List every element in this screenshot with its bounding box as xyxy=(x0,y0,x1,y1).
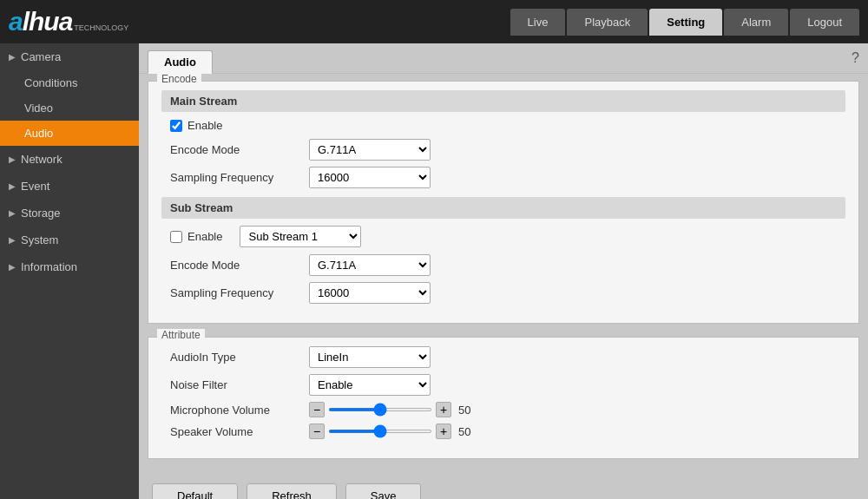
sub-enable-row: Enable Sub Stream 1 Sub Stream 2 xyxy=(161,226,845,247)
main-encode-mode-label: Encode Mode xyxy=(170,143,309,156)
information-arrow-icon: ▶ xyxy=(9,262,16,272)
sidebar-system-label: System xyxy=(21,233,58,246)
camera-arrow-icon: ▶ xyxy=(9,52,16,62)
audioin-type-row: AudioIn Type LineIn Mic xyxy=(161,346,845,368)
main-stream-bar: Main Stream xyxy=(161,90,845,112)
noise-filter-label: Noise Filter xyxy=(170,378,309,391)
save-button[interactable]: Save xyxy=(345,483,422,499)
attribute-group: Attribute AudioIn Type LineIn Mic Noise … xyxy=(148,337,859,459)
sidebar-camera-label: Camera xyxy=(21,50,61,63)
system-arrow-icon: ▶ xyxy=(9,235,16,245)
content-area: Audio ? Encode Main Stream Enable Encode… xyxy=(139,43,868,499)
logo-text: alhua xyxy=(9,7,72,36)
sidebar-item-video[interactable]: Video xyxy=(0,95,139,121)
mic-volume-value: 50 xyxy=(458,404,470,417)
sidebar-storage-label: Storage xyxy=(21,207,61,220)
sidebar-header-network[interactable]: ▶ Network xyxy=(0,146,139,173)
sidebar-network-label: Network xyxy=(21,153,62,166)
logo: alhua TECHNOLOGY xyxy=(9,7,128,36)
speaker-volume-label: Speaker Volume xyxy=(170,425,309,438)
nav-tab-logout[interactable]: Logout xyxy=(790,9,859,36)
main-enable-label: Enable xyxy=(187,119,222,132)
logo-sub: TECHNOLOGY xyxy=(74,23,128,32)
speaker-volume-decrease-button[interactable]: − xyxy=(309,423,325,439)
nav-tab-setting[interactable]: Setting xyxy=(649,9,722,36)
main-sampling-freq-label: Sampling Frequency xyxy=(170,171,309,184)
sub-stream-select[interactable]: Sub Stream 1 Sub Stream 2 xyxy=(240,226,361,247)
default-button[interactable]: Default xyxy=(152,483,238,499)
noise-filter-row: Noise Filter Enable Disable xyxy=(161,374,845,396)
event-arrow-icon: ▶ xyxy=(9,181,16,191)
attribute-group-label: Attribute xyxy=(157,329,205,341)
sidebar: ▶ Camera Conditions Video Audio ▶ Networ… xyxy=(0,43,139,499)
sub-enable-label: Enable xyxy=(187,230,222,243)
main-enable-row: Enable xyxy=(161,119,845,132)
sidebar-item-audio[interactable]: Audio xyxy=(0,121,139,146)
sub-encode-mode-label: Encode Mode xyxy=(170,259,309,272)
sub-sampling-freq-label: Sampling Frequency xyxy=(170,286,309,299)
sub-sampling-freq-select[interactable]: 8000 16000 32000 48000 xyxy=(309,282,431,304)
mic-volume-row: Microphone Volume − + 50 xyxy=(161,402,845,417)
sub-sampling-freq-row: Sampling Frequency 8000 16000 32000 4800… xyxy=(161,282,845,304)
refresh-button[interactable]: Refresh xyxy=(247,483,337,499)
header: alhua TECHNOLOGY Live Playback Setting A… xyxy=(0,0,868,43)
main-encode-mode-row: Encode Mode G.711A G.711Mu AAC G.726 xyxy=(161,139,845,161)
main-sampling-freq-select[interactable]: 8000 16000 32000 48000 xyxy=(309,167,431,188)
audioin-type-select[interactable]: LineIn Mic xyxy=(309,346,431,368)
bottom-bar: Default Refresh Save xyxy=(139,476,868,499)
sidebar-header-information[interactable]: ▶ Information xyxy=(0,253,139,280)
mic-volume-decrease-button[interactable]: − xyxy=(309,402,325,417)
sidebar-information-label: Information xyxy=(21,260,77,273)
main-sampling-freq-row: Sampling Frequency 8000 16000 32000 4800… xyxy=(161,167,845,188)
speaker-volume-increase-button[interactable]: + xyxy=(436,423,451,439)
nav-tabs: Live Playback Setting Alarm Logout xyxy=(510,9,859,36)
sidebar-item-conditions[interactable]: Conditions xyxy=(0,70,139,95)
sub-stream-bar: Sub Stream xyxy=(161,197,845,219)
speaker-volume-slider-container: − + 50 xyxy=(309,423,470,439)
sub-enable-checkbox[interactable] xyxy=(170,231,182,243)
speaker-volume-row: Speaker Volume − + 50 xyxy=(161,423,845,439)
nav-tab-alarm[interactable]: Alarm xyxy=(724,9,788,36)
sidebar-header-system[interactable]: ▶ System xyxy=(0,227,139,253)
speaker-volume-value: 50 xyxy=(458,425,470,438)
sub-encode-mode-select[interactable]: G.711A G.711Mu AAC G.726 xyxy=(309,254,431,276)
nav-tab-playback[interactable]: Playback xyxy=(567,9,648,36)
encode-group: Encode Main Stream Enable Encode Mode G.… xyxy=(148,81,859,324)
main-layout: ▶ Camera Conditions Video Audio ▶ Networ… xyxy=(0,43,868,499)
main-encode-mode-select[interactable]: G.711A G.711Mu AAC G.726 xyxy=(309,139,431,161)
encode-group-label: Encode xyxy=(157,73,201,85)
nav-tab-live[interactable]: Live xyxy=(510,9,566,36)
help-button[interactable]: ? xyxy=(852,50,859,66)
sidebar-event-label: Event xyxy=(21,180,49,193)
noise-filter-select[interactable]: Enable Disable xyxy=(309,374,431,396)
speaker-volume-slider[interactable] xyxy=(328,430,432,433)
storage-arrow-icon: ▶ xyxy=(9,208,16,218)
sub-encode-mode-row: Encode Mode G.711A G.711Mu AAC G.726 xyxy=(161,254,845,276)
mic-volume-increase-button[interactable]: + xyxy=(436,402,451,417)
sidebar-header-event[interactable]: ▶ Event xyxy=(0,173,139,200)
audioin-type-label: AudioIn Type xyxy=(170,351,309,364)
sidebar-header-storage[interactable]: ▶ Storage xyxy=(0,200,139,227)
mic-volume-slider-container: − + 50 xyxy=(309,402,470,417)
tab-audio[interactable]: Audio xyxy=(148,50,213,74)
network-arrow-icon: ▶ xyxy=(9,154,16,164)
main-enable-checkbox[interactable] xyxy=(170,120,182,132)
mic-volume-label: Microphone Volume xyxy=(170,404,309,417)
mic-volume-slider[interactable] xyxy=(328,408,432,411)
sidebar-header-camera[interactable]: ▶ Camera xyxy=(0,43,139,70)
